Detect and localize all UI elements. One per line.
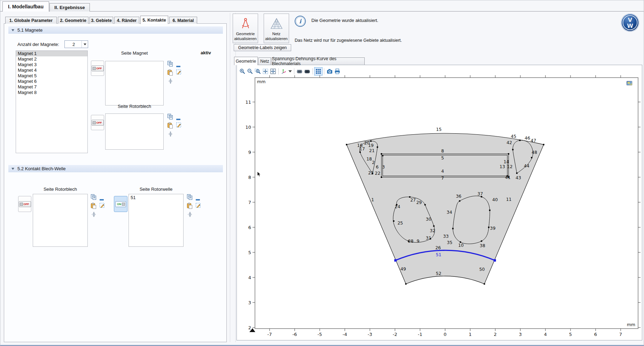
zoom-to-selection-icon[interactable] [187,212,193,219]
paste-selection-icon[interactable] [91,203,96,211]
section-title: 5.2 Kontakt Blech-Welle [17,166,66,171]
status-message-geometry: Die Geometrie wurde aktualisiert. [311,18,378,23]
remove-selection-icon[interactable] [176,63,181,69]
remove-selection-icon[interactable] [100,196,104,202]
magnet-list-item[interactable]: Magnet 8 [16,90,87,95]
toggle-seite-magnet[interactable]: OFF [91,61,104,76]
aktiv-column-label: aktiv [201,50,211,55]
collapse-arrow-icon [11,29,14,31]
zoom-extents-icon[interactable] [262,68,269,75]
subtab-4-r-nder[interactable]: 4. Ränder [114,17,139,24]
magnet-list-item[interactable]: Magnet 7 [16,84,87,90]
view-tab-spannungs-dehnungs-kurve-des-b[interactable]: Spannungs-Dehnungs-Kurve des Blechmateri… [272,57,365,65]
selection-tools-kontakt-rotorwelle [187,194,206,220]
group-title-seite-magnet: Seite Magnet [105,50,164,56]
section-header-kontakt[interactable]: 5.2 Kontakt Blech-Welle [8,165,223,172]
tab-ergebnisse[interactable]: II. Ergebnisse [49,3,90,11]
subtab-3-gebiete[interactable]: 3. Gebiete [90,17,113,24]
magnet-list-item[interactable]: Magnet 6 [16,79,87,84]
group-title-seite-rotorblech: Seite Rotorblech [105,104,164,109]
update-geometry-button[interactable]: Geometrie aktualisieren [233,14,258,43]
main-tab-divider [0,11,644,11]
group-title-kontakt-rotorwelle: Seite Rotorwelle [129,187,184,192]
application-window: I. Modellaufbau II. Ergebnisse 5.1 Magne… [0,0,644,346]
plot-thumbnail-icon[interactable] [626,80,633,86]
collapse-arrow-icon [11,168,14,170]
dropdown-value: 2 [65,42,82,47]
axis-orientation-icon[interactable] [280,68,288,75]
chevron-down-icon[interactable] [82,41,88,48]
clear-selection-icon[interactable] [195,203,201,210]
selection-list-seite-magnet[interactable] [105,61,164,105]
selection-list-seite-rotorblech[interactable] [105,113,164,150]
left-panel: 5.1 Magnete Anzahl der Magnete: 2 Magnet… [4,23,227,342]
magnet-list-item[interactable]: Magnet 1 [16,51,87,56]
zoom-to-selection-icon[interactable] [91,212,96,219]
export-image-icon[interactable] [303,68,311,75]
selection-list-kontakt-rotorwelle[interactable]: 51 [129,194,184,247]
svg-text:W: W [627,23,633,29]
magnet-count-label: Anzahl der Magnete: [17,42,59,47]
toggle-seite-rotorblech[interactable]: OFF [91,115,104,130]
subtab-6-material[interactable]: 6. Material [169,17,197,24]
button-label: Netz [272,31,281,36]
magnet-count-dropdown[interactable]: 2 [64,40,88,48]
group-title-kontakt-rotorblech: Seite Rotorblech [33,187,88,192]
subtab-5-kontakte[interactable]: 5. Kontakte [140,16,168,24]
zoom-to-selection-icon[interactable] [168,131,173,138]
print-icon[interactable] [333,68,341,75]
button-label: aktualisieren [265,36,288,41]
copy-image-icon[interactable] [296,68,303,75]
mesh-icon [270,17,283,31]
paste-selection-icon[interactable] [167,69,173,77]
section-header-magnete[interactable]: 5.1 Magnete [8,26,223,34]
magnet-list-item[interactable]: Magnet 4 [16,68,87,73]
button-label: Geometrie [236,31,255,36]
status-message-mesh: Das Netz wird nur für zugewiesene Gebiet… [295,38,402,43]
subtab-2-geometrie[interactable]: 2. Geometrie [58,17,88,24]
toolbar-separator [324,68,324,74]
plot-toolbar [239,67,341,76]
toggle-off-icon: OFF [19,201,31,207]
clear-selection-icon[interactable] [176,69,182,77]
magnet-list-item[interactable]: Magnet 5 [16,73,87,79]
zoom-to-selection-icon[interactable] [168,78,173,85]
paste-selection-icon[interactable] [187,203,193,211]
clear-selection-icon[interactable] [99,203,105,210]
tab-modellaufbau[interactable]: I. Modellaufbau [2,1,49,11]
selection-tools-kontakt-rotorblech [91,194,110,220]
zoom-box-icon[interactable] [254,68,262,75]
zoom-out-icon[interactable] [246,68,254,75]
section-title: 5.1 Magnete [17,27,42,33]
selection-list-kontakt-rotorblech[interactable] [33,194,88,247]
remove-selection-icon[interactable] [196,196,200,202]
magnet-list[interactable]: Magnet 1Magnet 2Magnet 3Magnet 4Magnet 5… [16,50,88,153]
toggle-kontakt-rotorwelle[interactable]: ON [114,196,127,212]
axis-orientation-dropdown-icon[interactable] [288,68,293,75]
view-tab-geometrie[interactable]: Geometrie [234,57,258,65]
grid-toggle-icon[interactable] [314,67,323,76]
camera-icon[interactable] [326,68,333,75]
toggle-on-icon: ON [115,201,126,207]
remove-selection-icon[interactable] [176,116,181,122]
copy-selection-icon[interactable] [187,194,193,202]
view-tab-netz[interactable]: Netz [258,57,271,65]
clear-selection-icon[interactable] [176,122,182,129]
magnet-list-item[interactable]: Magnet 3 [16,62,87,68]
copy-selection-icon[interactable] [167,113,173,121]
magnet-list-item[interactable]: Magnet 2 [16,56,87,62]
update-mesh-button[interactable]: Netz aktualisieren [264,14,289,43]
zoom-in-icon[interactable] [239,68,246,75]
selection-entry-51[interactable]: 51 [129,194,183,200]
zoom-fit-icon[interactable] [269,68,277,75]
copy-selection-icon[interactable] [167,61,173,68]
panel-splitter[interactable] [230,13,230,342]
subtab-1-globale-parameter[interactable]: 1. Globale Parameter [5,17,57,24]
copy-selection-icon[interactable] [91,194,96,202]
paste-selection-icon[interactable] [167,122,173,130]
toolbar-separator [312,68,313,74]
show-geometry-labels-button[interactable]: Geometrie-Labels zeigen [234,44,291,51]
svg-text:V: V [628,17,633,23]
plot-container [236,65,642,340]
toggle-kontakt-rotorblech[interactable]: OFF [18,196,31,212]
